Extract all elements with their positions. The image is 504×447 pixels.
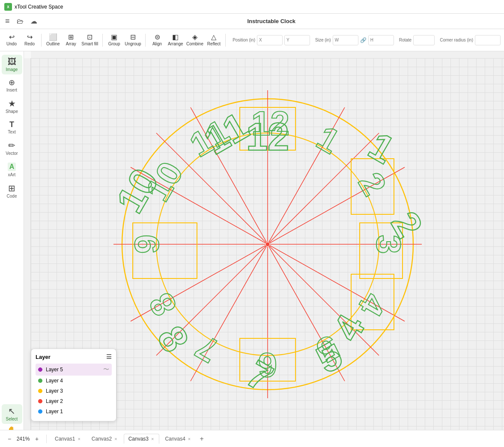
layer-panel: Layer ☰ Layer 5 〜 Layer 4 Layer 3 Layer … xyxy=(31,349,116,421)
reflect-button[interactable]: △ Reflect xyxy=(206,32,222,48)
arrange-label: Arrange xyxy=(168,41,183,46)
sidebar-image-label: Image xyxy=(6,67,18,72)
undo-icon: ↩ xyxy=(9,34,15,41)
layer1-label: Layer 1 xyxy=(46,409,63,414)
sidebar-xart-label: xArt xyxy=(8,172,16,177)
code-icon: ⊞ xyxy=(8,184,15,192)
folder-icon[interactable]: 🗁 xyxy=(17,18,24,25)
menu-icon[interactable]: ≡ xyxy=(5,17,10,26)
layer-title: Layer xyxy=(36,354,51,360)
svg-text:1: 1 xyxy=(310,118,346,160)
sidebar-item-shape[interactable]: ★ Shape xyxy=(2,97,22,116)
sidebar-code-label: Code xyxy=(7,194,17,198)
smart-fill-button[interactable]: ⊡ Smart fill xyxy=(81,32,99,48)
layer-item-4[interactable]: Layer 4 xyxy=(36,376,112,386)
tab-canvas1[interactable]: Canvas1 × xyxy=(50,434,86,444)
corner-radius-group: Corner radius (in) xyxy=(440,35,501,45)
size-group: Size (in) 🔗 xyxy=(315,35,394,45)
select-tool-button[interactable]: ↖ Select xyxy=(2,404,22,424)
tab-canvas2-close[interactable]: × xyxy=(113,436,118,441)
tab-canvas4-label: Canvas4 xyxy=(165,436,185,442)
size-h-input[interactable] xyxy=(368,35,394,45)
tab-canvas3[interactable]: Canvas3 × xyxy=(124,434,160,444)
align-icon: ⊜ xyxy=(155,34,160,41)
rotate-group: Rotate xyxy=(399,35,435,45)
redo-label: Redo xyxy=(24,41,35,46)
sep1 xyxy=(41,34,42,47)
align-button[interactable]: ⊜ Align xyxy=(149,32,165,48)
layer-item-1[interactable]: Layer 1 xyxy=(36,406,112,417)
arrange-button[interactable]: ◧ Arrange xyxy=(167,32,184,48)
zoom-level: 241% xyxy=(15,436,31,442)
position-x-input[interactable] xyxy=(257,35,283,45)
reflect-label: Reflect xyxy=(207,41,221,46)
group-button[interactable]: ▣ Group xyxy=(106,32,122,48)
tab-canvas4[interactable]: Canvas4 × xyxy=(160,434,196,444)
rotate-label: Rotate xyxy=(399,38,412,42)
sidebar-item-vector[interactable]: ✏ Vector xyxy=(2,139,22,158)
layer-menu-icon[interactable]: ☰ xyxy=(106,353,112,360)
xart-icon: A xyxy=(8,163,16,171)
tab-canvas2-label: Canvas2 xyxy=(92,436,112,442)
sidebar-item-text[interactable]: T Text xyxy=(2,118,22,137)
tab-canvas2[interactable]: Canvas2 × xyxy=(87,434,123,444)
undo-button[interactable]: ↩ Undo xyxy=(3,32,20,48)
redo-button[interactable]: ↪ Redo xyxy=(21,32,38,48)
tab-canvas4-close[interactable]: × xyxy=(187,436,191,441)
zoom-minus-button[interactable]: − xyxy=(5,435,14,443)
size-label: Size (in) xyxy=(315,38,331,42)
sidebar-item-insert[interactable]: ⊕ Insert xyxy=(2,76,22,95)
add-tab-button[interactable]: + xyxy=(197,434,206,444)
align-label: Align xyxy=(152,41,162,46)
layer-item-2[interactable]: Layer 2 xyxy=(36,396,112,406)
combine-button[interactable]: ◈ Combine xyxy=(185,32,204,48)
position-y-input[interactable] xyxy=(284,35,310,45)
corner-radius-input[interactable] xyxy=(475,35,501,45)
outline-button[interactable]: ⬜ Outline xyxy=(45,32,61,48)
lock-icon[interactable]: 🔗 xyxy=(360,37,367,43)
clock-drawing: 12 1 2 4 5 7 8 10 11 xyxy=(113,90,422,398)
layer2-label: Layer 2 xyxy=(46,398,63,404)
project-title: Instructable Clock xyxy=(44,18,499,24)
tab-canvas1-close[interactable]: × xyxy=(77,436,81,441)
layer-item-5[interactable]: Layer 5 〜 xyxy=(36,364,112,376)
layer5-dot xyxy=(38,367,42,372)
layer5-eye-icon[interactable]: 〜 xyxy=(103,366,109,373)
outline-icon: ⬜ xyxy=(49,34,57,41)
layer-item-3[interactable]: Layer 3 xyxy=(36,386,112,396)
sidebar-item-xart[interactable]: A xArt xyxy=(2,160,22,180)
svg-text:4: 4 xyxy=(351,287,394,322)
tab-canvas3-label: Canvas3 xyxy=(128,436,149,442)
svg-text:1: 1 xyxy=(361,124,401,172)
size-w-input[interactable] xyxy=(333,35,358,45)
sep2 xyxy=(102,34,103,47)
zoom-plus-button[interactable]: + xyxy=(33,435,41,443)
ruler-horizontal xyxy=(31,51,504,58)
redo-icon: ↪ xyxy=(27,34,33,41)
sep3 xyxy=(145,34,146,47)
tab-canvas3-close[interactable]: × xyxy=(150,436,155,441)
smart-fill-icon: ⊡ xyxy=(87,34,92,41)
array-button[interactable]: ⊞ Array xyxy=(63,32,79,48)
undo-label: Undo xyxy=(6,41,17,46)
group-label: Group xyxy=(108,41,120,46)
svg-text:12: 12 xyxy=(251,104,289,142)
combine-icon: ◈ xyxy=(192,34,197,41)
ungroup-button[interactable]: ⊟ Ungroup xyxy=(124,32,142,48)
svg-rect-0 xyxy=(31,51,504,58)
insert-icon: ⊕ xyxy=(9,79,15,86)
reflect-icon: △ xyxy=(211,34,216,41)
svg-text:8: 8 xyxy=(149,319,197,358)
group-icon: ▣ xyxy=(111,34,117,41)
bottom-bar: − 241% + Canvas1 × Canvas2 × Canvas3 × C… xyxy=(0,430,504,447)
sidebar-insert-label: Insert xyxy=(6,88,17,92)
layer2-dot xyxy=(38,399,42,403)
rotate-input[interactable] xyxy=(413,35,435,45)
cloud-icon[interactable]: ☁ xyxy=(30,17,37,25)
sidebar-item-code[interactable]: ⊞ Code xyxy=(2,181,22,201)
app-icon: x xyxy=(4,3,12,11)
sidebar-item-image[interactable]: 🖼 Image xyxy=(2,55,22,74)
left-sidebar: 🖼 Image ⊕ Insert ★ Shape T Text ✏ Vector… xyxy=(0,51,24,447)
svg-point-11 xyxy=(265,242,270,246)
layer3-dot xyxy=(38,389,42,393)
